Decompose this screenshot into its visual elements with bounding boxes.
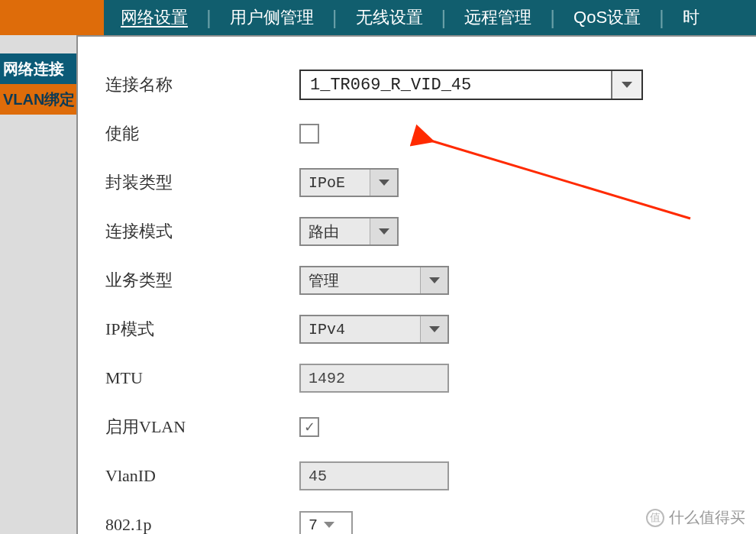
encapsulation-value: IPoE <box>301 174 370 192</box>
service-type-value: 管理 <box>301 270 420 291</box>
watermark-text: 什么值得买 <box>669 507 745 528</box>
chevron-down-icon[interactable] <box>370 170 397 196</box>
enable-checkbox[interactable] <box>299 124 319 144</box>
chevron-down-icon[interactable] <box>370 218 397 244</box>
encapsulation-label: 封装类型 <box>105 171 299 194</box>
ip-mode-select[interactable]: IPv4 <box>299 315 449 344</box>
enable-label: 使能 <box>105 122 299 145</box>
watermark: 值 什么值得买 <box>646 507 745 528</box>
connection-name-label: 连接名称 <box>105 73 299 96</box>
ip-mode-label: IP模式 <box>105 318 299 341</box>
dot1p-value: 7 <box>309 516 318 534</box>
tab-qos-settings[interactable]: QoS设置 <box>557 0 657 35</box>
tab-time-truncated[interactable]: 时 <box>666 0 716 35</box>
chevron-down-icon[interactable] <box>420 267 447 293</box>
enable-vlan-label: 启用VLAN <box>105 416 299 439</box>
chevron-down-icon <box>324 522 334 528</box>
tab-user-management[interactable]: 用户侧管理 <box>213 0 331 35</box>
dot1p-label: 802.1p <box>105 515 299 534</box>
nav-separator: | <box>440 6 448 30</box>
nav-separator: | <box>205 6 213 30</box>
enable-vlan-checkbox[interactable] <box>299 417 319 437</box>
sidebar: 网络连接 VLAN绑定 <box>0 35 76 534</box>
main-panel: 连接名称 1_TR069_R_VID_45 使能 封装类型 IPoE 连接模式 … <box>78 35 756 534</box>
nav-separator: | <box>331 6 339 30</box>
nav-separator: | <box>657 6 666 30</box>
service-type-label: 业务类型 <box>105 269 299 292</box>
chevron-down-icon[interactable] <box>611 71 641 99</box>
mtu-label: MTU <box>105 368 299 388</box>
sidebar-item-network-connection[interactable]: 网络连接 <box>0 53 76 84</box>
vlanid-input[interactable]: 45 <box>299 461 449 490</box>
tab-network-settings[interactable]: 网络设置 <box>104 0 205 35</box>
vlanid-label: VlanID <box>105 466 299 486</box>
logo-block <box>0 0 104 35</box>
connection-name-select[interactable]: 1_TR069_R_VID_45 <box>299 70 643 100</box>
connection-mode-select[interactable]: 路由 <box>299 217 399 246</box>
annotation-arrow <box>400 81 721 234</box>
sidebar-item-vlan-binding[interactable]: VLAN绑定 <box>0 84 76 115</box>
connection-mode-label: 连接模式 <box>105 220 299 243</box>
tab-wireless-settings[interactable]: 无线设置 <box>339 0 440 35</box>
mtu-input[interactable]: 1492 <box>299 364 449 393</box>
connection-mode-value: 路由 <box>301 222 370 242</box>
top-navigation: 网络设置 | 用户侧管理 | 无线设置 | 远程管理 | QoS设置 | 时 <box>0 0 756 35</box>
ip-mode-value: IPv4 <box>301 321 420 338</box>
watermark-icon: 值 <box>646 509 664 527</box>
connection-name-value: 1_TR069_R_VID_45 <box>301 76 611 95</box>
chevron-down-icon[interactable] <box>420 316 447 342</box>
nav-separator: | <box>548 6 557 30</box>
dot1p-select[interactable]: 7 <box>299 511 353 534</box>
tab-remote-management[interactable]: 远程管理 <box>447 0 548 35</box>
encapsulation-select[interactable]: IPoE <box>299 168 399 197</box>
service-type-select[interactable]: 管理 <box>299 266 449 295</box>
